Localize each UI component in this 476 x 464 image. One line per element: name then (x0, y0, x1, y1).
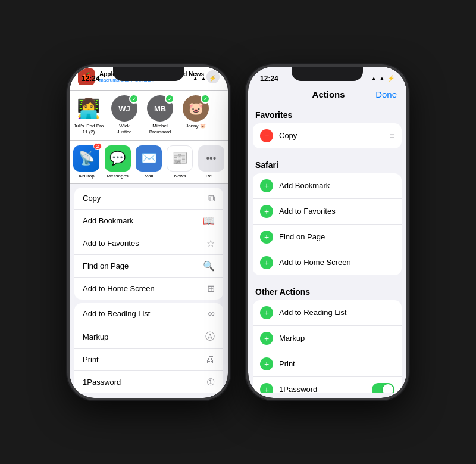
1password-toggle[interactable] (372, 383, 394, 393)
other-markup-label: Markup (279, 334, 394, 342)
safari-bookmark-label: Add Bookmark (279, 181, 394, 190)
app-news[interactable]: 📰 News (165, 145, 194, 179)
other-print-label: Print (279, 359, 394, 368)
action-add-bookmark[interactable]: Add Bookmark 📖 (74, 210, 223, 232)
other-readinglist-label: Add to Reading List (279, 308, 394, 317)
contact-name-mitchel: MitchelBroussard (149, 123, 171, 135)
add-readinglist-button[interactable]: + (260, 306, 273, 319)
action-print[interactable]: Print 🖨 (74, 349, 223, 371)
action-1password-label: 1Password (83, 378, 206, 387)
status-icons-2: ▲ ▲ ⚡ (371, 75, 394, 82)
contact-name-wick: WickJustice (117, 123, 132, 135)
action-reading-label: Add to Reading List (83, 309, 208, 318)
other-1password-label: 1Password (279, 385, 372, 393)
drag-handle-copy: ≡ (390, 131, 394, 141)
actions-scroll: Favorites − Copy ≡ Safari + Add Bookmark… (248, 103, 406, 393)
safari-bookmark-item[interactable]: + Add Bookmark (253, 173, 402, 199)
more-icon: ••• (198, 145, 224, 172)
safari-favorites-item[interactable]: + Add to Favorites (253, 199, 402, 225)
contact-juli[interactable]: 👩‍💻 Juli's iPad Pro11 (2) (72, 95, 105, 135)
other-section-header: Other Actions (253, 280, 402, 300)
contact-mitchel[interactable]: MB ✓ MitchelBroussard (143, 95, 177, 135)
action-find-page[interactable]: Find on Page 🔍 (74, 255, 223, 278)
news-label: News (174, 173, 186, 179)
markup-icon: Ⓐ (205, 331, 215, 343)
airdrop-icon: 📡 2 (73, 145, 99, 172)
other-1password-item[interactable]: + 1Password (253, 377, 402, 393)
signal-icon-2: ▲ (371, 75, 377, 82)
other-readinglist-item[interactable]: + Add to Reading List (253, 300, 402, 326)
add-findpage-button[interactable]: + (260, 231, 273, 244)
phone-1: 12:24 ▲ ▲ ⚡ 🍎 Apple Mac iPhone Rumors an… (68, 66, 229, 399)
bookmark-icon: 📖 (203, 215, 215, 226)
signal-icon: ▲ (192, 75, 198, 82)
other-markup-item[interactable]: + Markup (253, 326, 402, 351)
app-messages[interactable]: 💬 Messages (103, 145, 131, 179)
contact-avatar-wick: WJ ✓ (111, 95, 137, 122)
homescreen-icon: ⊞ (207, 283, 215, 294)
action-find-label: Find on Page (83, 261, 203, 270)
airdrop-label: AirDrop (79, 173, 95, 179)
app-mail[interactable]: ✉️ Mail (134, 145, 163, 179)
actions-section-1: Copy ⧉ Add Bookmark 📖 Add to Favorites ☆… (74, 188, 223, 300)
action-home-screen[interactable]: Add to Home Screen ⊞ (74, 278, 223, 300)
actions-nav-title: Actions (312, 89, 345, 99)
contact-badge-wick: ✓ (129, 94, 139, 104)
status-bar-1: 12:24 ▲ ▲ ⚡ (70, 67, 228, 86)
add-1password-button[interactable]: + (260, 383, 273, 393)
safari-card: + Add Bookmark + Add to Favorites + Find… (253, 173, 402, 275)
contact-jonny[interactable]: 🐷 ✓ Jonny 🐷 (179, 95, 212, 135)
safari-homescreen-label: Add to Home Screen (279, 258, 394, 267)
status-bar-2: 12:24 ▲ ▲ ⚡ (248, 67, 406, 86)
print-icon: 🖨 (205, 354, 215, 365)
other-print-item[interactable]: + Print (253, 351, 402, 377)
messages-label: Messages (107, 173, 128, 179)
battery-icon-2: ⚡ (387, 75, 394, 82)
reading-icon: ∞ (208, 309, 215, 319)
add-markup-button[interactable]: + (260, 332, 273, 345)
favorites-card: − Copy ≡ (253, 123, 402, 148)
add-homescreen-button[interactable]: + (260, 256, 273, 269)
status-icons-1: ▲ ▲ ⚡ (192, 75, 216, 82)
action-1password[interactable]: 1Password ① (74, 371, 223, 393)
app-airdrop[interactable]: 📡 2 AirDrop (72, 145, 101, 179)
action-markup-label: Markup (83, 332, 205, 341)
remove-copy-button[interactable]: − (260, 129, 273, 142)
messages-icon: 💬 (105, 145, 131, 172)
apps-row: 📡 2 AirDrop 💬 Messages ✉️ Mail (70, 141, 228, 184)
add-print-button[interactable]: + (260, 357, 273, 370)
status-time-1: 12:24 (82, 74, 100, 83)
safari-favorites-label: Add to Favorites (279, 207, 394, 216)
add-bookmark-button[interactable]: + (260, 179, 273, 192)
1password-icon: ① (206, 376, 215, 388)
battery-icon: ⚡ (209, 75, 216, 82)
favorites-copy-item[interactable]: − Copy ≡ (253, 123, 402, 148)
share-sheet: 🍎 Apple Mac iPhone Rumors and News macru… (70, 67, 228, 398)
status-time-2: 12:24 (260, 74, 278, 83)
action-add-favorites[interactable]: Add to Favorites ☆ (74, 232, 223, 255)
add-favorites-button[interactable]: + (260, 205, 273, 218)
actions-done-button[interactable]: Done (375, 89, 397, 99)
safari-homescreen-item[interactable]: + Add to Home Screen (253, 250, 402, 275)
app-more[interactable]: ••• Re… (197, 145, 226, 179)
wifi-icon-2: ▲ (379, 75, 385, 82)
action-copy-label: Copy (83, 194, 208, 203)
contact-wick[interactable]: WJ ✓ WickJustice (108, 95, 141, 135)
contact-avatar-juli: 👩‍💻 (76, 95, 102, 122)
action-homescreen-label: Add to Home Screen (83, 284, 207, 293)
airdrop-badge: 2 (93, 143, 102, 150)
safari-findpage-item[interactable]: + Find on Page (253, 225, 402, 250)
contact-avatar-jonny: 🐷 ✓ (183, 95, 209, 122)
phone-2: 12:24 ▲ ▲ ⚡ Actions Done Favorites − Cop… (247, 66, 408, 399)
mail-label: Mail (145, 173, 154, 179)
contact-badge-mitchel: ✓ (165, 94, 174, 104)
favorites-icon: ☆ (206, 238, 215, 249)
safari-section-header: Safari (253, 153, 402, 173)
contact-badge-jonny: ✓ (201, 94, 210, 104)
action-copy[interactable]: Copy ⧉ (74, 188, 223, 210)
more-label: Re… (206, 173, 217, 179)
action-reading-list[interactable]: Add to Reading List ∞ (74, 303, 223, 325)
action-markup[interactable]: Markup Ⓐ (74, 325, 223, 349)
contacts-row: 👩‍💻 Juli's iPad Pro11 (2) WJ ✓ WickJusti… (70, 91, 228, 140)
action-bookmark-label: Add Bookmark (83, 216, 203, 225)
